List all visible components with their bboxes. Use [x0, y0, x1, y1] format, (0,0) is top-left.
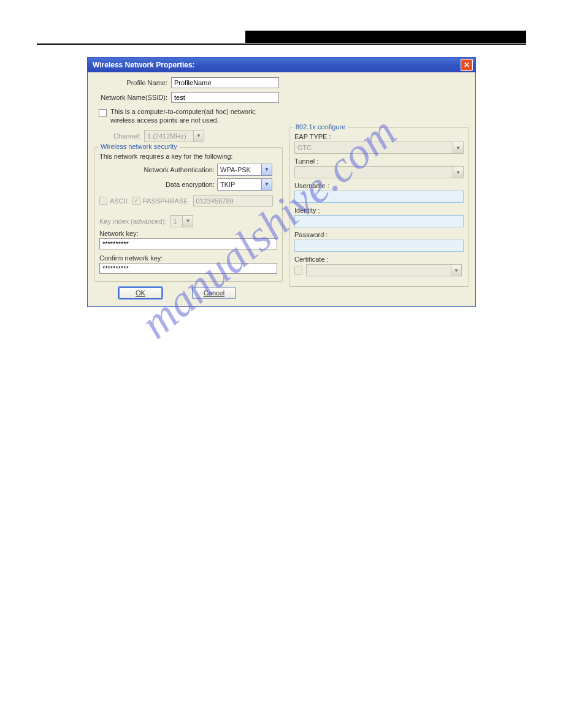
cancel-button[interactable]: Cancel — [192, 287, 236, 299]
key-index-label: Key index (advanced): — [99, 218, 166, 225]
ok-label: OK — [136, 289, 145, 297]
channel-value: 1 (2412MHz) — [147, 132, 193, 140]
ssid-input[interactable] — [171, 92, 279, 103]
encryption-label: Data encryption: — [99, 181, 215, 188]
chevron-down-icon[interactable]: ▼ — [261, 179, 272, 190]
tunnel-label: Tunnel : — [294, 157, 464, 165]
chevron-down-icon: ▼ — [182, 216, 193, 227]
eap-type-label: EAP TYPE : — [294, 133, 464, 140]
certificate-checkbox — [294, 267, 302, 275]
profile-name-label: Profile Name: — [94, 79, 167, 86]
certificate-select: ▼ — [306, 264, 462, 276]
titlebar[interactable]: Wireless Network Properties: ✕ — [88, 58, 475, 72]
passphrase-checkbox — [132, 197, 140, 205]
8021x-fieldset: 802.1x configure EAP TYPE : GTC ▼ Tunnel… — [289, 127, 469, 287]
security-note: This network requires a key for the foll… — [99, 153, 277, 160]
tunnel-select: ▼ — [294, 166, 464, 178]
identity-label: Identity : — [294, 207, 464, 214]
ascii-label: ASCII — [110, 197, 128, 205]
8021x-legend: 802.1x configure — [293, 123, 348, 131]
adhoc-checkbox[interactable] — [99, 109, 107, 117]
identity-input — [294, 215, 464, 227]
chevron-down-icon: ▼ — [453, 167, 463, 178]
password-label: Password : — [294, 231, 464, 238]
chevron-down-icon: ▼ — [451, 265, 461, 276]
network-key-label: Network key: — [99, 230, 277, 237]
ssid-label: Network Name(SSID): — [94, 94, 167, 101]
chevron-down-icon: ▼ — [453, 142, 463, 153]
passphrase-label: PASSPHRASE — [143, 197, 188, 205]
ascii-checkbox — [99, 197, 107, 205]
auth-value: WPA-PSK — [220, 166, 261, 173]
close-button[interactable]: ✕ — [461, 59, 473, 71]
profile-name-input[interactable] — [171, 77, 279, 88]
confirm-key-input[interactable] — [99, 263, 277, 274]
security-legend: Wireless network security — [98, 143, 180, 150]
eap-type-select: GTC ▼ — [294, 142, 464, 154]
password-input — [294, 240, 464, 252]
key-index-value: 1 — [173, 218, 182, 225]
key-index-select: 1 ▼ — [170, 215, 193, 227]
confirm-key-label: Confirm network key: — [99, 254, 277, 262]
auth-label: Network Authentication: — [99, 166, 215, 173]
page-header-blackbar — [245, 31, 526, 43]
username-label: Username : — [294, 182, 464, 189]
adhoc-text: This is a computer-to-computer(ad hoc) n… — [110, 108, 270, 125]
network-key-input[interactable] — [99, 238, 277, 249]
cancel-label: Cancel — [204, 289, 224, 297]
channel-label: Channel: — [94, 132, 140, 140]
username-input — [294, 191, 464, 203]
window-title: Wireless Network Properties: — [93, 61, 195, 69]
certificate-label: Certificate : — [294, 256, 464, 263]
chevron-down-icon[interactable]: ▼ — [261, 164, 272, 175]
page-header-underline — [37, 44, 526, 45]
chevron-down-icon: ▼ — [193, 131, 204, 142]
encryption-select[interactable]: TKIP ▼ — [217, 178, 272, 191]
dialog-wireless-properties: Wireless Network Properties: ✕ Profile N… — [87, 57, 476, 307]
passphrase-input — [193, 195, 273, 207]
security-fieldset: Wireless network security This network r… — [94, 147, 283, 282]
auth-select[interactable]: WPA-PSK ▼ — [217, 164, 272, 176]
eap-type-value: GTC — [297, 144, 453, 151]
channel-select: 1 (2412MHz) ▼ — [144, 130, 204, 142]
close-icon: ✕ — [464, 61, 470, 69]
ok-button[interactable]: OK — [118, 287, 163, 299]
encryption-value: TKIP — [220, 181, 261, 188]
